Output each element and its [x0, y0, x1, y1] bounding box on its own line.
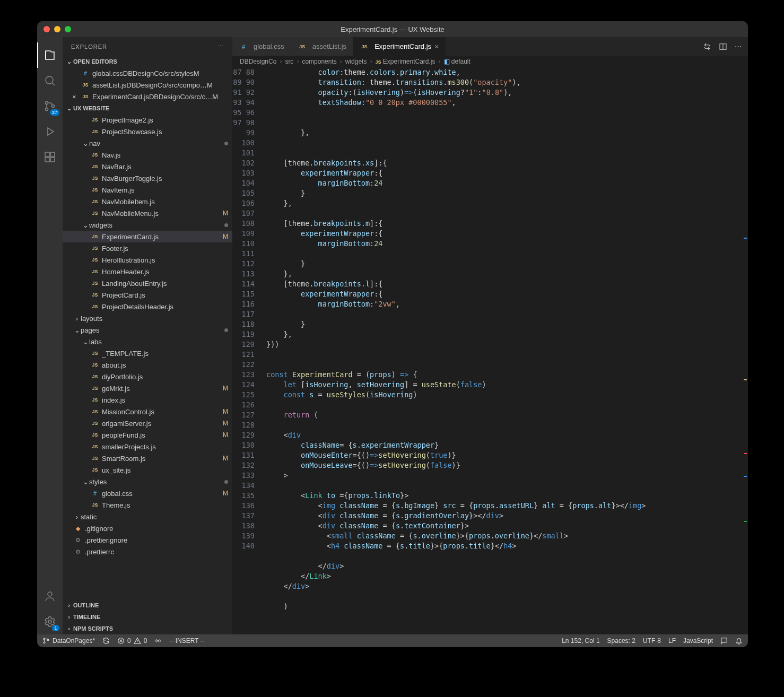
problems[interactable]: 0 0: [117, 637, 147, 644]
editor-body[interactable]: 87 88 89 90 91 92 93 94 95 96 97 98 99 1…: [232, 67, 748, 634]
git-branch[interactable]: DataOnPages*: [42, 637, 95, 644]
split-editor-icon[interactable]: [719, 42, 727, 51]
file-item[interactable]: JSFooter.js: [63, 242, 232, 254]
editor-tab[interactable]: JSassetList.js: [291, 37, 353, 56]
file-item[interactable]: JSgoMrkt.jsM: [63, 382, 232, 394]
close-icon[interactable]: ×: [72, 93, 80, 101]
breadcrumb-item[interactable]: src: [285, 58, 293, 65]
extensions-icon[interactable]: [37, 144, 63, 170]
language-mode[interactable]: JavaScript: [683, 637, 713, 644]
breadcrumb-item[interactable]: JS ExperimentCard.js: [375, 58, 435, 65]
file-item[interactable]: JSSmartRoom.jsM: [63, 452, 232, 464]
file-item[interactable]: JSabout.js: [63, 359, 232, 371]
folder-item[interactable]: styles: [63, 476, 232, 487]
code-area[interactable]: color:theme.colors.primary.white, transi…: [262, 67, 737, 634]
file-item[interactable]: JSorigamiServer.jsM: [63, 417, 232, 429]
cursor-position[interactable]: Ln 152, Col 1: [562, 637, 599, 644]
feedback-icon[interactable]: [720, 637, 728, 644]
close-window-icon[interactable]: [43, 26, 50, 32]
file-tree[interactable]: JSProjectImage2.jsJSProjectShowcase.jsna…: [63, 114, 232, 599]
file-item[interactable]: JSNavMobileMenu.jsM: [63, 207, 232, 219]
open-editor-item[interactable]: ×JSassetList.jsDBDesignCo/src/compo…M: [63, 79, 232, 91]
js-file-icon: JS: [90, 467, 100, 473]
minimize-window-icon[interactable]: [54, 26, 60, 32]
section-open-editors[interactable]: ⌄ OPEN EDITORS: [63, 56, 232, 67]
editor-tab[interactable]: #global.css: [232, 37, 291, 56]
more-actions-icon[interactable]: ⋯: [735, 42, 742, 50]
section-outline[interactable]: › OUTLINE: [63, 599, 232, 611]
file-name: LandingAboutEntry.js: [102, 280, 167, 287]
file-item[interactable]: JSExperimentCard.jsM: [63, 231, 232, 242]
modified-indicator: M: [194, 69, 199, 77]
file-item[interactable]: JSProjectImage2.js: [63, 114, 232, 126]
compare-changes-icon[interactable]: [703, 42, 711, 51]
section-timeline[interactable]: › TIMELINE: [63, 611, 232, 623]
breadcrumb-item[interactable]: widgets: [345, 58, 367, 65]
breadcrumb-item[interactable]: DBDesignCo: [240, 58, 276, 65]
maximize-window-icon[interactable]: [65, 26, 71, 32]
dirty-dot-icon: [224, 328, 228, 332]
breadcrumbs[interactable]: DBDesignCo›src›components›widgets›JS Exp…: [232, 56, 748, 67]
breadcrumb-item[interactable]: components: [302, 58, 336, 65]
run-debug-icon[interactable]: [37, 119, 63, 144]
config-file-icon: ⚙: [73, 548, 83, 555]
minimap[interactable]: [737, 67, 748, 634]
broadcast-icon[interactable]: [154, 637, 162, 644]
folder-item[interactable]: nav: [63, 137, 232, 149]
close-icon[interactable]: ×: [434, 42, 439, 51]
js-file-icon: JS: [298, 44, 307, 49]
modified-indicator: M: [221, 408, 228, 415]
main-body: 27 1 EXPLORER ⋯ ⌄: [37, 37, 748, 634]
folder-item[interactable]: static: [63, 511, 232, 522]
file-item[interactable]: JSHeroIllustration.js: [63, 254, 232, 266]
file-item[interactable]: JSNavBurgerToggle.js: [63, 172, 232, 184]
file-item[interactable]: JSTheme.js: [63, 499, 232, 511]
file-item[interactable]: ⚙.prettierignore: [63, 534, 232, 546]
file-item[interactable]: JSdiyPortfolio.js: [63, 371, 232, 382]
file-item[interactable]: JSNav.js: [63, 149, 232, 161]
file-item[interactable]: ◆.gitignore: [63, 522, 232, 534]
file-item[interactable]: JSindex.js: [63, 394, 232, 406]
breadcrumb-item[interactable]: ◧ default: [444, 58, 471, 65]
file-item[interactable]: ⚙.prettierrc: [63, 546, 232, 557]
accounts-icon[interactable]: [37, 583, 63, 609]
file-item[interactable]: JSpeopleFund.jsM: [63, 429, 232, 441]
open-editor-item[interactable]: ×JSExperimentCard.jsDBDesignCo/src/c…M: [63, 91, 232, 102]
file-item[interactable]: JSNavMobileItem.js: [63, 196, 232, 207]
file-item[interactable]: JSNavBar.js: [63, 161, 232, 172]
folder-item[interactable]: labs: [63, 336, 232, 347]
open-editor-item[interactable]: ×#global.cssDBDesignCo/src/stylesM: [63, 67, 232, 79]
sidebar-more-icon[interactable]: ⋯: [217, 43, 224, 50]
section-workspace[interactable]: ⌄ UX WEBSITE: [63, 102, 232, 114]
scm-badge: 27: [50, 109, 59, 116]
file-item[interactable]: JSux_site.js: [63, 464, 232, 476]
file-item[interactable]: #global.cssM: [63, 487, 232, 499]
titlebar[interactable]: ExperimentCard.js — UX Website: [37, 21, 748, 37]
modified-indicator: M: [221, 210, 228, 217]
file-item[interactable]: JSHomeHeader.js: [63, 266, 232, 277]
file-item[interactable]: JSLandingAboutEntry.js: [63, 277, 232, 289]
bell-icon[interactable]: [735, 637, 743, 644]
source-control-icon[interactable]: 27: [37, 93, 63, 119]
open-editors-list: ×#global.cssDBDesignCo/src/stylesM×JSass…: [63, 67, 232, 102]
file-item[interactable]: JS_TEMPLATE.js: [63, 347, 232, 359]
file-item[interactable]: JSProjectCard.js: [63, 289, 232, 301]
sync-icon[interactable]: [102, 637, 110, 644]
file-item[interactable]: JSProjectShowcase.js: [63, 126, 232, 137]
indent-setting[interactable]: Spaces: 2: [607, 637, 635, 644]
settings-gear-icon[interactable]: 1: [37, 609, 63, 634]
editor-tab[interactable]: JSExperimentCard.js×: [353, 37, 446, 56]
svg-rect-7: [50, 158, 55, 162]
eol[interactable]: LF: [668, 637, 676, 644]
file-item[interactable]: JSsmallerProjects.js: [63, 441, 232, 452]
search-icon[interactable]: [37, 68, 63, 93]
section-npm-scripts[interactable]: › NPM SCRIPTS: [63, 623, 232, 634]
explorer-icon[interactable]: [37, 42, 63, 68]
encoding[interactable]: UTF-8: [643, 637, 661, 644]
file-item[interactable]: JSNavItem.js: [63, 184, 232, 196]
folder-item[interactable]: widgets: [63, 219, 232, 231]
file-item[interactable]: JSMissionControl.jsM: [63, 406, 232, 417]
file-item[interactable]: JSProjectDetailsHeader.js: [63, 301, 232, 312]
folder-item[interactable]: layouts: [63, 312, 232, 324]
folder-item[interactable]: pages: [63, 324, 232, 336]
